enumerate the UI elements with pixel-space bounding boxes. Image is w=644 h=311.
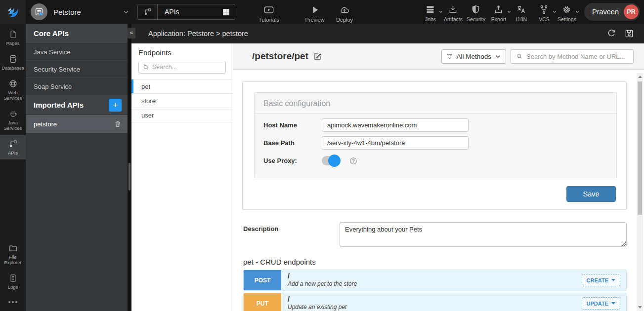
divider bbox=[255, 113, 616, 114]
crud-row-put[interactable]: PUT / Update an existing pet UPDATE bbox=[243, 293, 627, 311]
description-label: Description bbox=[243, 222, 340, 247]
save-icon[interactable] bbox=[624, 29, 634, 39]
rail-item-file-explorer[interactable]: File Explorer bbox=[0, 239, 26, 270]
rail-item-apis[interactable]: APIs bbox=[0, 135, 26, 160]
vcs-button[interactable]: VCS bbox=[533, 1, 556, 22]
settings-button[interactable]: Settings bbox=[556, 1, 578, 22]
breadcrumb-actions bbox=[606, 29, 644, 39]
method-search[interactable] bbox=[511, 49, 634, 64]
settings-gear-icon bbox=[561, 4, 572, 15]
rail-item-web-services[interactable]: Web Services bbox=[0, 75, 26, 105]
deploy-button[interactable]: Deploy bbox=[331, 1, 358, 23]
rail-item-pages[interactable]: Pages bbox=[0, 26, 26, 50]
crud-info: / Update an existing pet bbox=[281, 293, 582, 311]
rail-item-logs[interactable]: Logs bbox=[0, 270, 26, 294]
crud-rows: POST / Add a new pet to the store CREATE… bbox=[243, 270, 627, 311]
main-panel: /petstore/pet All Methods bbox=[233, 43, 644, 311]
topbar-actions: Tutorials Preview Deploy bbox=[250, 1, 358, 23]
endpoint-item-user[interactable]: user bbox=[131, 108, 233, 122]
rail-item-java-services[interactable]: Java Services bbox=[0, 105, 26, 135]
endpoint-item-pet[interactable]: pet bbox=[131, 79, 233, 94]
endpoints-panel: Endpoints pet store user bbox=[131, 43, 233, 311]
preview-label: Preview bbox=[305, 17, 324, 23]
chevron-down-icon bbox=[494, 53, 502, 60]
host-name-input[interactable] bbox=[322, 118, 469, 132]
refresh-icon[interactable] bbox=[606, 29, 616, 39]
tutorials-label: Tutorials bbox=[258, 17, 279, 23]
endpoints-search-input[interactable] bbox=[152, 64, 221, 71]
update-action-button[interactable]: UPDATE bbox=[582, 297, 620, 310]
caret-down-icon bbox=[611, 302, 615, 305]
config-card: Basic configuration Host Name Base Path … bbox=[242, 81, 627, 210]
grid-icon[interactable] bbox=[222, 8, 230, 16]
imported-apis-header: Imported APIs + bbox=[26, 95, 128, 115]
vcs-label: VCS bbox=[539, 16, 550, 22]
core-apis-header: Core APIs bbox=[26, 24, 128, 43]
rail-label: Pages bbox=[6, 41, 20, 46]
edit-title-button[interactable] bbox=[313, 52, 322, 61]
export-button[interactable]: Export bbox=[487, 1, 510, 22]
rail-item-databases[interactable]: Databases bbox=[0, 50, 26, 75]
module-selector[interactable]: APIs bbox=[137, 4, 235, 20]
scrollbar-thumb[interactable] bbox=[638, 81, 642, 215]
sidebar-item-soap-service[interactable]: Soap Service bbox=[26, 78, 128, 95]
base-path-label: Base Path bbox=[263, 139, 322, 147]
sidebar-scrollbar-thumb[interactable] bbox=[129, 163, 130, 191]
vertical-scrollbar[interactable] bbox=[637, 73, 643, 311]
sidebar-item-security-service[interactable]: Security Service bbox=[26, 61, 128, 78]
host-name-label: Host Name bbox=[263, 121, 322, 129]
page-title: /petstore/pet bbox=[252, 51, 308, 62]
delete-api-button[interactable] bbox=[114, 120, 122, 128]
crud-row-post[interactable]: POST / Add a new pet to the store CREATE bbox=[243, 270, 627, 291]
tutorials-button[interactable]: Tutorials bbox=[250, 1, 288, 23]
vcs-branch-icon bbox=[539, 4, 549, 15]
method-search-input[interactable] bbox=[526, 53, 628, 60]
jobs-button[interactable]: Jobs bbox=[419, 1, 442, 22]
ellipsis-icon bbox=[8, 301, 10, 303]
wavemaker-logo[interactable] bbox=[0, 0, 26, 24]
deploy-cloud-icon bbox=[339, 4, 350, 15]
project-selector[interactable]: Petstore bbox=[26, 3, 137, 20]
base-path-input[interactable] bbox=[322, 136, 469, 150]
sidebar-scroll-strip[interactable] bbox=[128, 24, 131, 311]
jobs-icon bbox=[425, 4, 435, 15]
module-label: APIs bbox=[165, 8, 179, 16]
user-menu[interactable]: Praveen PR bbox=[584, 3, 640, 21]
sidebar-item-petstore[interactable]: petstore bbox=[26, 115, 128, 133]
description-textarea[interactable]: Everything about your Pets bbox=[340, 222, 627, 247]
wavemaker-logo-icon bbox=[5, 4, 20, 19]
security-button[interactable]: Security bbox=[465, 1, 487, 22]
apis-node-icon bbox=[8, 139, 18, 149]
scroll-down-arrow[interactable] bbox=[638, 306, 642, 309]
security-label: Security bbox=[467, 16, 485, 22]
sidebar-item-label: Java Service bbox=[34, 48, 70, 56]
core-apis-title: Core APIs bbox=[34, 29, 69, 38]
project-name: Petstore bbox=[53, 8, 81, 16]
add-api-button[interactable]: + bbox=[109, 99, 122, 112]
collapse-sidebar-button[interactable]: « bbox=[128, 28, 135, 39]
sidebar-item-java-service[interactable]: Java Service bbox=[26, 43, 128, 61]
sidebar-item-label: Soap Service bbox=[34, 83, 72, 90]
artifacts-button[interactable]: Artifacts bbox=[442, 1, 465, 22]
settings-label: Settings bbox=[558, 16, 576, 22]
project-avatar bbox=[31, 3, 47, 20]
use-proxy-toggle[interactable] bbox=[322, 156, 340, 165]
endpoint-item-store[interactable]: store bbox=[131, 94, 233, 108]
help-icon[interactable] bbox=[349, 156, 358, 165]
preview-button[interactable]: Preview bbox=[299, 1, 331, 23]
scroll-up-arrow[interactable] bbox=[638, 76, 642, 78]
sidebar-item-label: Security Service bbox=[34, 66, 80, 73]
action-label: CREATE bbox=[587, 277, 608, 283]
method-filter-select[interactable]: All Methods bbox=[441, 49, 506, 64]
i18n-button[interactable]: I18N bbox=[510, 1, 533, 22]
search-icon bbox=[516, 53, 523, 60]
rail-more-button[interactable] bbox=[0, 294, 26, 311]
base-path-row: Base Path bbox=[263, 136, 616, 150]
apis-sidebar: Core APIs Java Service Security Service … bbox=[26, 24, 128, 311]
create-action-button[interactable]: CREATE bbox=[582, 274, 620, 286]
export-upload-icon bbox=[493, 4, 504, 15]
save-button[interactable]: Save bbox=[566, 186, 616, 202]
endpoints-search[interactable] bbox=[138, 61, 226, 74]
rail-label: Web Services bbox=[0, 90, 25, 101]
databases-icon bbox=[8, 54, 18, 64]
